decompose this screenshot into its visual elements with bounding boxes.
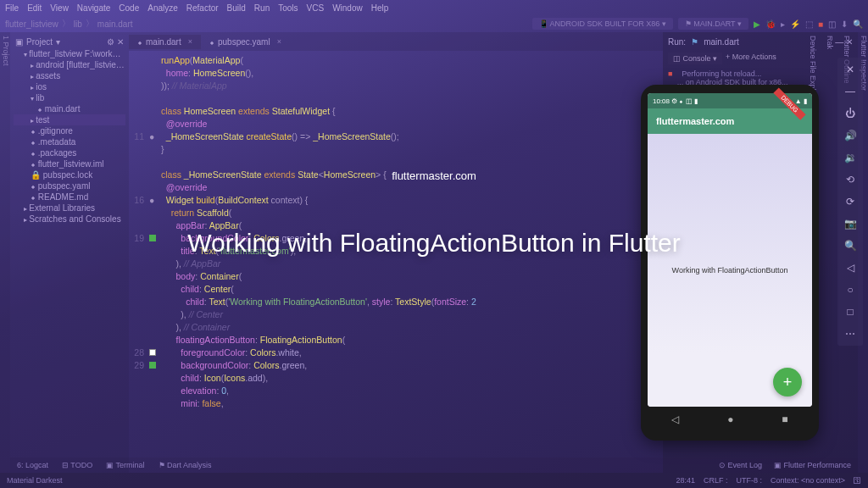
tool-project[interactable]: 1 Project [2,36,10,469]
project-panel-header[interactable]: ▣ Project ▾ ⚙ ✕ [14,36,125,48]
attach-button[interactable]: ⬚ [805,19,813,29]
left-toolwindow-bar: 1 Project 7 Structure Build Variants Lay… [0,32,10,473]
tree-external-libs[interactable]: External Libraries [14,202,125,214]
more-icon[interactable]: ⋯ [843,327,857,341]
editor-tabs: ⬥ main.dart× ⬥ pubspec.yaml× [129,32,663,51]
tree-file-metadata[interactable]: ⬥ .metadata [14,136,125,147]
power-icon[interactable]: ⏻ [843,107,857,120]
tree-file-iml[interactable]: ⬥ flutter_listview.iml [14,158,125,169]
tree-folder-android[interactable]: android [flutter_listview_androi [14,59,125,70]
zoom-icon[interactable]: 🔍 [843,239,857,252]
menu-vcs[interactable]: VCS [307,3,325,13]
breadcrumb-folder[interactable]: lib [74,19,82,29]
back-icon[interactable]: ◁ [843,261,857,274]
menu-refactor[interactable]: Refactor [186,3,219,13]
menu-navigate[interactable]: Navigate [77,3,110,13]
nav-home-icon[interactable]: ● [727,413,733,425]
volume-up-icon[interactable]: 🔊 [843,129,857,142]
tool-rak[interactable]: Rak [826,36,834,469]
project-root[interactable]: flutter_listview F:\workAScoding\flut... [14,48,125,59]
stop-button[interactable]: ■ [818,19,823,29]
phone-nav-bar: ◁ ● ■ [648,407,812,432]
menu-help[interactable]: Help [371,3,389,13]
volume-down-icon[interactable]: 🔉 [843,151,857,164]
menu-file[interactable]: File [5,3,19,13]
chevron-right-icon: 〉 [62,18,70,30]
tab-main-dart[interactable]: ⬥ main.dart× [129,35,201,49]
menu-build[interactable]: Build [227,3,246,13]
tree-file-main[interactable]: ⬥ main.dart [14,103,125,114]
close-icon[interactable]: × [188,37,192,46]
emulator-frame: 10:08 ⚙ ⬥ ◫ ▮ ▲ ▮ fluttermaster.com Work… [641,85,819,441]
tab-flutter-performance[interactable]: ▣ Flutter Performance [774,461,851,469]
phone-body: Working with FloatingActionButton + [648,134,812,407]
menu-tools[interactable]: Tools [278,3,298,13]
menu-analyze[interactable]: Analyze [147,3,178,13]
overview-icon[interactable]: □ [843,305,857,319]
toolbar: flutter_listview 〉 lib 〉 main.dart 📱 AND… [0,15,868,32]
tree-folder-lib[interactable]: lib [14,92,125,103]
rotate-left-icon[interactable]: ⟲ [843,173,857,186]
tab-logcat[interactable]: 6: Logcat [17,461,48,469]
console-tab[interactable]: ◫ Console ▾ [668,53,722,64]
close-icon[interactable]: ✕ [843,63,857,76]
debug-button[interactable]: 🐞 [765,19,776,29]
menu-window[interactable]: Window [332,3,363,13]
status-bar: Material Darkest 28:41 CRLF : UTF-8 : Co… [0,473,868,488]
status-encoding[interactable]: UTF-8 : [736,476,762,485]
profile-button[interactable]: ▸ [781,19,785,29]
chevron-right-icon: 〉 [86,18,94,30]
project-panel: ▣ Project ▾ ⚙ ✕ flutter_listview F:\work… [10,32,129,473]
more-actions[interactable]: + More Actions [726,53,776,64]
search-icon[interactable]: 🔍 [853,19,863,29]
rotate-right-icon[interactable]: ⟳ [843,195,857,208]
status-theme[interactable]: Material Darkest [7,476,63,485]
tree-file-pubspec-lock[interactable]: 🔒 pubspec.lock [14,169,125,180]
tab-terminal[interactable]: ▣ Terminal [106,461,144,469]
nav-back-icon[interactable]: ◁ [671,413,679,425]
floating-action-button[interactable]: + [773,368,802,396]
breadcrumb-file[interactable]: main.dart [97,19,133,29]
sdk-button[interactable]: ⬇ [841,19,848,29]
camera-icon[interactable]: 📷 [843,217,857,230]
stop-icon[interactable]: ■ [668,69,672,78]
device-dropdown[interactable]: 📱 ANDROID SDK BUILT FOR X86 ▾ [532,18,673,30]
tree-file-packages[interactable]: ⬥ .packages [14,147,125,158]
status-position[interactable]: 28:41 [676,476,695,485]
tab-pubspec[interactable]: ⬥ pubspec.yaml× [201,35,290,49]
status-context[interactable]: Context: <no context> [771,476,845,485]
hot-reload-button[interactable]: ⚡ [790,19,800,29]
tree-folder-test[interactable]: test [14,114,125,125]
code-editor[interactable]: runApp(MaterialApp( home: HomeScreen(), … [129,51,663,473]
tree-folder-ios[interactable]: ios [14,81,125,92]
tab-dart-analysis[interactable]: ⚑ Dart Analysis [159,461,212,469]
tree-file-gitignore[interactable]: ⬥ .gitignore [14,125,125,136]
tree-file-pubspec-yaml[interactable]: ⬥ pubspec.yaml [14,180,125,191]
run-button[interactable]: ▶ [754,19,760,29]
breadcrumb-project[interactable]: flutter_listview [5,19,58,29]
phone-appbar: fluttermaster.com [648,108,812,134]
bottom-toolwindow-bar: 6: Logcat ⊟ TODO ▣ Terminal ⚑ Dart Analy… [10,458,858,473]
nav-overview-icon[interactable]: ■ [782,413,787,425]
menu-run[interactable]: Run [254,3,270,13]
close-icon[interactable]: × [277,37,281,46]
tab-todo[interactable]: ⊟ TODO [62,461,92,469]
menu-view[interactable]: View [50,3,69,13]
home-icon[interactable]: ○ [843,283,857,297]
tree-file-readme[interactable]: ⬥ README.md [14,191,125,202]
phone-body-text: Working with FloatingActionButton [672,266,788,274]
minimize-icon[interactable]: — [843,85,857,98]
run-config-dropdown[interactable]: ⚑ MAIN.DART ▾ [678,18,748,30]
emulator-controls: ✕ — ⏻ 🔊 🔉 ⟲ ⟳ 📷 🔍 ◁ ○ □ ⋯ [837,58,863,346]
editor-area: ⬥ main.dart× ⬥ pubspec.yaml× runApp(Mate… [129,32,663,473]
menu-code[interactable]: Code [119,3,139,13]
phone-screen[interactable]: 10:08 ⚙ ⬥ ◫ ▮ ▲ ▮ fluttermaster.com Work… [648,93,812,407]
status-crlf[interactable]: CRLF : [704,476,728,485]
tree-scratches[interactable]: Scratches and Consoles [14,214,125,225]
menu-edit[interactable]: Edit [27,3,42,13]
tab-event-log[interactable]: ⊙ Event Log [719,461,762,469]
lock-icon[interactable]: ⚿ [854,476,861,485]
menubar: File Edit View Navigate Code Analyze Ref… [0,0,868,15]
avd-button[interactable]: ◫ [828,19,836,29]
tree-folder-assets[interactable]: assets [14,70,125,81]
